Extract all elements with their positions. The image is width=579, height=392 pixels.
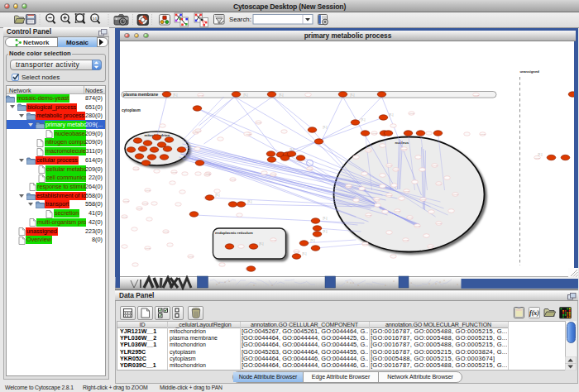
svg-text:YKL21: YKL21 [452, 194, 459, 195]
svg-text:YKL21: YKL21 [409, 112, 415, 114]
svg-text:[Y..]: [Y..] [215, 194, 219, 197]
svg-text:YKL21: YKL21 [136, 208, 143, 209]
svg-text:YKL21: YKL21 [256, 122, 262, 123]
svg-text:[Y..]: [Y..] [323, 217, 327, 220]
svg-text:YKL21: YKL21 [198, 94, 204, 96]
svg-text:[Y..]: [Y..] [259, 242, 263, 246]
svg-text:YKL21: YKL21 [436, 222, 443, 224]
svg-text:[Y..]: [Y..] [279, 93, 283, 97]
svg-text:YKL21: YKL21 [195, 130, 202, 131]
svg-text:YKL21: YKL21 [386, 165, 393, 166]
svg-text:YKL21: YKL21 [428, 246, 434, 247]
svg-text:YKL21: YKL21 [395, 210, 401, 212]
svg-text:[Y..]: [Y..] [323, 230, 327, 233]
svg-text:cytoplasm: cytoplasm [122, 108, 141, 112]
svg-text:endoplasmic reticulum: endoplasmic reticulum [215, 231, 253, 235]
svg-text:YKL21: YKL21 [145, 247, 151, 249]
svg-text:unassigned: unassigned [519, 69, 539, 74]
svg-text:YKL21: YKL21 [270, 174, 277, 175]
svg-text:YKL21: YKL21 [188, 256, 194, 257]
svg-text:YKL21: YKL21 [346, 185, 352, 187]
svg-text:YKL21: YKL21 [534, 157, 541, 159]
svg-text:YKL21: YKL21 [230, 179, 237, 180]
svg-text:YKL21: YKL21 [366, 150, 372, 151]
svg-text:YKL21: YKL21 [145, 189, 151, 191]
svg-text:[Y..]: [Y..] [361, 118, 365, 122]
svg-text:YKL21: YKL21 [420, 198, 427, 200]
svg-text:Search:: Search: [229, 16, 251, 23]
svg-text:YKL21: YKL21 [371, 132, 378, 134]
svg-text:YKL21: YKL21 [307, 168, 313, 170]
svg-text:YKL21: YKL21 [473, 94, 480, 96]
svg-text:YKL21: YKL21 [401, 148, 408, 150]
svg-text:YKL21: YKL21 [246, 133, 252, 135]
svg-text:[Y..]: [Y..] [350, 93, 354, 97]
svg-text:YKL21: YKL21 [414, 225, 421, 227]
svg-text:[Y..]: [Y..] [243, 93, 247, 97]
svg-text:YKL21: YKL21 [403, 239, 409, 241]
svg-text:YKL21: YKL21 [133, 168, 140, 170]
svg-text:YKL21: YKL21 [374, 198, 380, 200]
svg-text:[Y..]: [Y..] [538, 153, 542, 156]
svg-text:YKL21: YKL21 [204, 174, 211, 175]
svg-text:[Y..]: [Y..] [310, 239, 314, 242]
svg-text:YKL21: YKL21 [407, 217, 414, 218]
svg-text:[Y..]: [Y..] [389, 113, 393, 117]
svg-text:YKL21: YKL21 [270, 239, 277, 241]
svg-text:plasma membrane: plasma membrane [123, 93, 158, 97]
svg-text:[Y..]: [Y..] [302, 252, 306, 256]
svg-text:YKL21: YKL21 [193, 131, 199, 133]
svg-text:[Y..]: [Y..] [323, 126, 327, 129]
svg-text:YKL21: YKL21 [366, 214, 372, 216]
svg-text:YKL21: YKL21 [362, 243, 369, 245]
svg-text:YKL21: YKL21 [404, 190, 410, 192]
svg-text:YKL21: YKL21 [393, 169, 400, 170]
svg-text:YKL21: YKL21 [142, 203, 149, 204]
svg-text:YKL21: YKL21 [122, 216, 128, 218]
svg-text:[Y..]: [Y..] [247, 200, 251, 203]
svg-text:[Y..]: [Y..] [173, 93, 177, 97]
svg-text:YKL21: YKL21 [294, 251, 300, 252]
svg-text:YKL21: YKL21 [123, 200, 130, 202]
svg-text:YKL21: YKL21 [386, 194, 393, 196]
svg-text:[Y..]: [Y..] [290, 148, 294, 151]
svg-text:YKL21: YKL21 [163, 231, 170, 232]
svg-text:YKL21: YKL21 [480, 133, 486, 135]
svg-text:YKL21: YKL21 [436, 183, 443, 184]
svg-text:YKL21: YKL21 [432, 165, 438, 166]
svg-text:YKL21: YKL21 [171, 171, 178, 173]
svg-text:1:1: 1:1 [93, 17, 97, 21]
